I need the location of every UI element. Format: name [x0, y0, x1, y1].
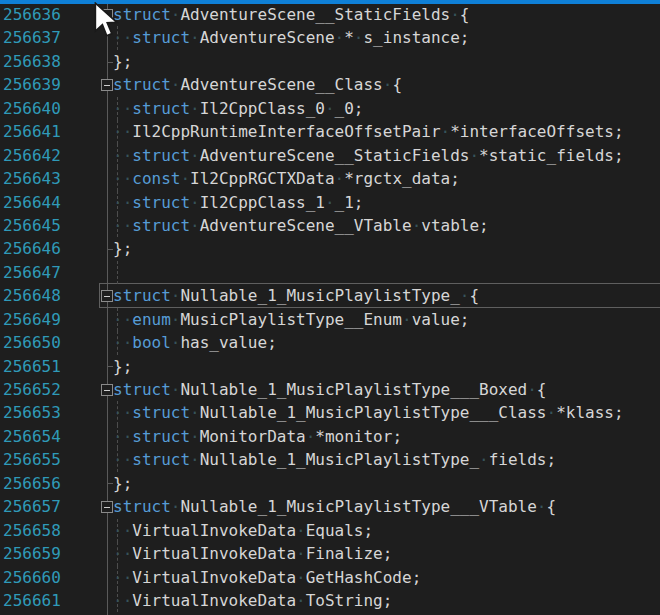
code-text[interactable]: struct·Nullable_1_MusicPlaylistType___VT… — [113, 495, 556, 518]
code-text[interactable]: struct·Nullable_1_MusicPlaylistType_·{ — [113, 284, 479, 307]
code-line[interactable]: 256643··const·Il2CppRGCTXData·*rgctx_dat… — [0, 167, 660, 190]
code-text[interactable]: }; — [113, 355, 132, 378]
code-text[interactable]: ··enum·MusicPlaylistType__Enum·value; — [113, 308, 469, 331]
code-line[interactable]: 256660··VirtualInvokeData·GetHashCode; — [0, 566, 660, 589]
code-line[interactable]: 256657struct·Nullable_1_MusicPlaylistTyp… — [0, 495, 660, 518]
code-line[interactable]: 256652struct·Nullable_1_MusicPlaylistTyp… — [0, 378, 660, 401]
fold-collapse-icon[interactable] — [101, 384, 113, 396]
line-number[interactable]: 256644 — [3, 191, 61, 214]
code-line[interactable]: 256640··struct·Il2CppClass_0·_0; — [0, 97, 660, 120]
line-number[interactable]: 256642 — [3, 144, 61, 167]
line-number[interactable]: 256648 — [3, 284, 61, 307]
code-line[interactable]: 256661··VirtualInvokeData·ToString; — [0, 589, 660, 612]
code-text[interactable]: }; — [113, 472, 132, 495]
code-line[interactable]: 256656}; — [0, 472, 660, 495]
code-text[interactable]: ··struct·Nullable_1_MusicPlaylistType___… — [113, 401, 624, 424]
code-line[interactable]: 256647 — [0, 261, 660, 284]
code-text[interactable]: ··Il2CppRuntimeInterfaceOffsetPair·*inte… — [113, 120, 624, 143]
line-number[interactable]: 256636 — [3, 3, 61, 26]
code-line[interactable]: 256659··VirtualInvokeData·Finalize; — [0, 542, 660, 565]
code-line[interactable]: 256650··bool·has_value; — [0, 331, 660, 354]
code-line[interactable]: 256648struct·Nullable_1_MusicPlaylistTyp… — [0, 284, 660, 307]
code-text[interactable]: ··struct·AdventureScene__VTable·vtable; — [113, 214, 489, 237]
code-line[interactable]: 256649··enum·MusicPlaylistType__Enum·val… — [0, 308, 660, 331]
line-number[interactable]: 256661 — [3, 589, 61, 612]
line-number[interactable]: 256640 — [3, 97, 61, 120]
code-text[interactable]: ··bool·has_value; — [113, 331, 277, 354]
whitespace-dots: · — [335, 28, 345, 47]
whitespace-dots: ·· — [113, 169, 132, 188]
code-token: }; — [113, 239, 132, 258]
line-number[interactable]: 256647 — [3, 261, 61, 284]
code-line[interactable]: 256644··struct·Il2CppClass_1·_1; — [0, 191, 660, 214]
fold-collapse-icon[interactable] — [101, 501, 113, 513]
code-text[interactable]: ··VirtualInvokeData·Finalize; — [113, 542, 392, 565]
code-line[interactable]: 256638}; — [0, 50, 660, 73]
code-text[interactable]: struct·Nullable_1_MusicPlaylistType___Bo… — [113, 378, 547, 401]
line-number[interactable]: 256655 — [3, 448, 61, 471]
code-text[interactable]: ··struct·AdventureScene·*·s_instance; — [113, 26, 469, 49]
code-token: VirtualInvokeData — [132, 591, 296, 610]
code-line[interactable]: 256642··struct·AdventureScene__StaticFie… — [0, 144, 660, 167]
code-line[interactable]: 256653··struct·Nullable_1_MusicPlaylistT… — [0, 401, 660, 424]
code-token: Nullable_1_MusicPlaylistType___Class — [200, 403, 547, 422]
fold-collapse-icon[interactable] — [101, 290, 113, 302]
line-number[interactable]: 256649 — [3, 308, 61, 331]
code-text[interactable]: ··struct·Il2CppClass_0·_0; — [113, 97, 363, 120]
fold-collapse-icon[interactable] — [101, 79, 113, 91]
code-line[interactable]: 256655··struct·Nullable_1_MusicPlaylistT… — [0, 448, 660, 471]
code-line[interactable]: 256651}; — [0, 355, 660, 378]
code-text[interactable]: ··struct·MonitorData·*monitor; — [113, 425, 402, 448]
fold-collapse-icon[interactable] — [101, 9, 113, 21]
code-token: vtable; — [421, 216, 488, 235]
code-line[interactable]: 256646}; — [0, 237, 660, 260]
code-text[interactable]: ··struct·Nullable_1_MusicPlaylistType_·f… — [113, 448, 556, 471]
code-text[interactable]: }; — [113, 50, 132, 73]
code-token: AdventureScene__Class — [180, 75, 382, 94]
line-number[interactable]: 256637 — [3, 26, 61, 49]
code-line[interactable]: 256645··struct·AdventureScene__VTable·vt… — [0, 214, 660, 237]
code-text[interactable]: struct·AdventureScene__StaticFields·{ — [113, 3, 469, 26]
code-line[interactable]: 256654··struct·MonitorData·*monitor; — [0, 425, 660, 448]
line-number[interactable]: 256651 — [3, 355, 61, 378]
line-number[interactable]: 256657 — [3, 495, 61, 518]
code-token: s_instance; — [363, 28, 469, 47]
whitespace-dots: · — [402, 310, 412, 329]
whitespace-dots: · — [180, 169, 190, 188]
line-number[interactable]: 256643 — [3, 167, 61, 190]
code-text[interactable]: ··VirtualInvokeData·ToString; — [113, 589, 392, 612]
line-number[interactable]: 256654 — [3, 425, 61, 448]
line-number[interactable]: 256645 — [3, 214, 61, 237]
line-number[interactable]: 256641 — [3, 120, 61, 143]
code-text[interactable]: struct·AdventureScene__Class·{ — [113, 73, 402, 96]
line-number[interactable]: 256639 — [3, 73, 61, 96]
code-line[interactable]: 256637··struct·AdventureScene·*·s_instan… — [0, 26, 660, 49]
line-number[interactable]: 256660 — [3, 566, 61, 589]
code-text[interactable]: ··const·Il2CppRGCTXData·*rgctx_data; — [113, 167, 460, 190]
code-line[interactable]: 256636struct·AdventureScene__StaticField… — [0, 3, 660, 26]
line-number[interactable]: 256638 — [3, 50, 61, 73]
code-text[interactable]: ··struct·Il2CppClass_1·_1; — [113, 191, 363, 214]
code-line[interactable]: 256658··VirtualInvokeData·Equals; — [0, 519, 660, 542]
whitespace-dots: ·· — [113, 28, 132, 47]
code-token: *interfaceOffsets; — [450, 122, 623, 141]
keyword-token: struct — [132, 146, 190, 165]
line-number[interactable]: 256656 — [3, 472, 61, 495]
whitespace-dots: · — [306, 427, 316, 446]
code-token: MusicPlaylistType__Enum — [180, 310, 402, 329]
line-number[interactable]: 256652 — [3, 378, 61, 401]
code-token: fields; — [489, 450, 556, 469]
code-text[interactable]: ··VirtualInvokeData·Equals; — [113, 519, 373, 542]
code-line[interactable]: 256641··Il2CppRuntimeInterfaceOffsetPair… — [0, 120, 660, 143]
line-number[interactable]: 256653 — [3, 401, 61, 424]
whitespace-dots: · — [190, 146, 200, 165]
code-line[interactable]: 256639struct·AdventureScene__Class·{ — [0, 73, 660, 96]
line-number[interactable]: 256646 — [3, 237, 61, 260]
line-number[interactable]: 256650 — [3, 331, 61, 354]
code-text[interactable]: ··VirtualInvokeData·GetHashCode; — [113, 566, 421, 589]
code-text[interactable]: ··struct·AdventureScene__StaticFields·*s… — [113, 144, 624, 167]
code-text[interactable]: }; — [113, 237, 132, 260]
line-number[interactable]: 256659 — [3, 542, 61, 565]
code-token: _1; — [335, 193, 364, 212]
line-number[interactable]: 256658 — [3, 519, 61, 542]
